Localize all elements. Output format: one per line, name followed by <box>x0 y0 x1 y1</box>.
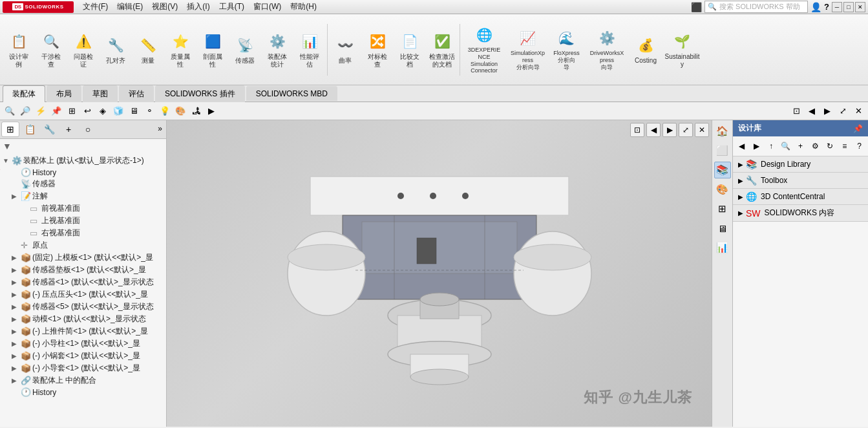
menu-insert[interactable]: 插入(I) <box>183 0 213 14</box>
tree-press-head[interactable]: ▶ 📦 (-) 压点压头<1> (默认<<默认>_显 <box>0 288 166 301</box>
rp-section-toolbox-header[interactable]: ▶ 🔧 Toolbox <box>733 173 868 188</box>
annotations-expander[interactable]: ▶ <box>12 193 21 200</box>
more-btn[interactable]: ▶ <box>204 104 218 118</box>
next-btn[interactable]: ▶ <box>820 104 834 118</box>
push-pin-expander[interactable]: ▶ <box>12 328 21 335</box>
rp-search-btn[interactable]: 🔍 <box>779 139 792 153</box>
rs-grid-icon[interactable]: ⊞ <box>714 200 731 217</box>
vc-close-btn[interactable]: ✕ <box>695 123 709 137</box>
sensor-pad-expander[interactable]: ▶ <box>12 266 21 273</box>
tree-top-plate[interactable]: ▶ 📦 (固定) 上模板<1> (默认<<默认>_显 <box>0 251 166 264</box>
press-head-expander[interactable]: ▶ <box>12 291 21 298</box>
rp-up-btn[interactable]: ↑ <box>765 139 778 153</box>
rp-section-3d-content-header[interactable]: ▶ 🌐 3D ContentCentral <box>733 189 868 204</box>
tree-push-pin[interactable]: ▶ 📦 (-) 上推件简<1> (默认<<默认>_显 <box>0 325 166 337</box>
viewport[interactable]: 知乎 @九生儿茶 ⊡ ◀ ▶ ⤢ ✕ <box>167 120 712 427</box>
vc-max-btn[interactable]: ⤢ <box>679 123 693 137</box>
lp-tab-config[interactable]: 🔧 <box>40 122 58 137</box>
display-btn[interactable]: 🖥 <box>127 104 141 118</box>
search2-btn[interactable]: 🔎 <box>18 104 32 118</box>
toolbar-assembly-stat[interactable]: ⚙️ 装配体统计 <box>261 30 293 70</box>
tree-root-assembly[interactable]: ▼ ⚙️ 装配体上 (默认<默认_显示状态-1>) <box>0 155 166 167</box>
vc-next-btn[interactable]: ▶ <box>662 123 677 137</box>
fit-btn[interactable]: ⊡ <box>789 104 803 118</box>
rp-section-sw-content-header[interactable]: ▶ SW SOLIDWORKS 内容 <box>733 205 868 221</box>
rs-library-icon[interactable]: 📚 <box>714 162 731 178</box>
toolbar-measure[interactable]: 📏 测量 <box>132 34 164 66</box>
maximize-button[interactable]: □ <box>843 2 854 12</box>
tree-guide-post[interactable]: ▶ 📦 (-) 小导柱<1> (默认<<默认>_显 <box>0 337 166 350</box>
quick-access-icon[interactable]: ⬛ <box>691 2 702 12</box>
root-expander[interactable]: ▼ <box>3 157 12 164</box>
tab-sketch[interactable]: 草图 <box>83 85 118 102</box>
lp-tab-properties[interactable]: 📋 <box>21 122 39 137</box>
tab-evaluate[interactable]: 评估 <box>119 85 154 102</box>
toolbar-check-active[interactable]: ✅ 检查激活的文档 <box>426 30 458 70</box>
sensor1-expander[interactable]: ▶ <box>12 279 21 286</box>
toolbar-3dexperience[interactable]: 🌐 3DEXPERIENCESimulationConnector <box>461 23 507 76</box>
toolbar-alignment[interactable]: 🔀 对标检查 <box>361 30 394 70</box>
rp-section-design-library-header[interactable]: ▶ 📚 Design Library <box>733 156 868 172</box>
rs-stack-icon[interactable]: ⬜ <box>714 142 731 159</box>
tree-front-plane[interactable]: ▭ 前视基准面 <box>0 202 166 215</box>
lights-btn[interactable]: 💡 <box>158 104 172 118</box>
rp-view-btn[interactable]: ≡ <box>838 139 851 153</box>
user-icon[interactable]: 👤 <box>810 2 821 12</box>
grid-btn[interactable]: ⊞ <box>65 104 79 118</box>
tab-layout[interactable]: 布局 <box>47 85 81 102</box>
tab-sw-plugins[interactable]: SOLIDWORKS 插件 <box>155 85 245 102</box>
toolbar-costing[interactable]: 💰 Costing <box>630 34 662 66</box>
toolbar-quality[interactable]: ⭐ 质量属性 <box>164 30 196 70</box>
tree-mates[interactable]: ▶ 🔗 装配体上 中的配合 <box>0 374 166 387</box>
toolbar-driveworksxpress[interactable]: ⚙️ DriveWorksXpress向导 <box>584 27 630 72</box>
tree-right-plane[interactable]: ▭ 右视基准面 <box>0 227 166 239</box>
toolbar-surface[interactable]: 🟦 剖面属性 <box>196 30 229 70</box>
small-sleeve-expander[interactable]: ▶ <box>12 365 21 372</box>
appearance-btn[interactable]: 🎨 <box>173 104 187 118</box>
tree-history2[interactable]: 🕐 History <box>0 387 166 398</box>
view-btn[interactable]: ◈ <box>96 104 110 118</box>
scene-btn[interactable]: 🏞 <box>189 104 203 118</box>
rs-home-icon[interactable]: 🏠 <box>714 123 731 140</box>
snap-btn[interactable]: 📌 <box>49 104 63 118</box>
tree-dynamic-die[interactable]: ▶ 📦 动模<1> (默认<<默认>_显示状态 <box>0 313 166 325</box>
search-bar[interactable]: 🔍 搜索 SOLIDWORKS 帮助 <box>704 1 808 13</box>
tree-annotations[interactable]: ▶ 📝 注解 <box>0 190 166 202</box>
rp-add-btn[interactable]: + <box>794 139 807 153</box>
rp-pin-icon[interactable]: 📌 <box>853 124 863 133</box>
vc-prev-btn[interactable]: ◀ <box>646 123 661 137</box>
3d-btn[interactable]: 🧊 <box>111 104 125 118</box>
tab-sw-mbd[interactable]: SOLIDWORKS MBD <box>246 86 337 101</box>
rotate-btn[interactable]: ↩ <box>80 104 94 118</box>
lp-tab-feature-tree[interactable]: ⊞ <box>1 122 19 137</box>
toolbar-curvature[interactable]: 〰️ 曲率 <box>329 34 361 66</box>
panel-expand-icon[interactable]: » <box>155 122 165 137</box>
prev-btn[interactable]: ◀ <box>805 104 819 118</box>
menu-view[interactable]: 视图(V) <box>148 0 182 14</box>
tree-small-sleeve[interactable]: ▶ 📦 (-) 小导套<1> (默认<<默认>_显 <box>0 362 166 374</box>
rp-refresh-btn[interactable]: ↻ <box>824 139 836 153</box>
dynamic-die-expander[interactable]: ▶ <box>12 316 21 323</box>
menu-help[interactable]: 帮助(H) <box>286 0 321 14</box>
section-btn[interactable]: ⚬ <box>142 104 156 118</box>
minimize-button[interactable]: ─ <box>832 2 842 12</box>
menu-edit[interactable]: 编辑(E) <box>113 0 147 14</box>
rp-options-btn[interactable]: ⚙ <box>809 139 821 153</box>
rs-color-icon[interactable]: 🎨 <box>714 181 731 198</box>
small-ring-expander[interactable]: ▶ <box>12 352 21 359</box>
vc-fit-btn[interactable]: ⊡ <box>630 123 644 137</box>
menu-file[interactable]: 文件(F) <box>79 0 112 14</box>
filter-btn[interactable]: ⚡ <box>34 104 48 118</box>
tab-assembly[interactable]: 装配体 <box>3 85 45 102</box>
toolbar-problem-check[interactable]: ⚠️ 问题检证 <box>67 30 100 70</box>
tree-sensor-pad[interactable]: ▶ 📦 传感器垫板<1> (默认<<默认>_显 <box>0 264 166 276</box>
close-button[interactable]: ✕ <box>855 2 865 12</box>
help-icon[interactable]: ? <box>824 2 829 12</box>
menu-tools[interactable]: 工具(T) <box>215 0 248 14</box>
tree-sensor5[interactable]: ▶ 📦 传感器<5> (默认<<默认>_显示状态 <box>0 301 166 313</box>
tree-sensor[interactable]: 📡 传感器 <box>0 178 166 190</box>
guide-post-expander[interactable]: ▶ <box>12 340 21 347</box>
toolbar-performance[interactable]: 📊 性能评估 <box>293 30 326 70</box>
tree-history1[interactable]: 🕐 History ↙ <box>0 167 166 178</box>
tree-origin[interactable]: ✛ 原点 <box>0 239 166 251</box>
